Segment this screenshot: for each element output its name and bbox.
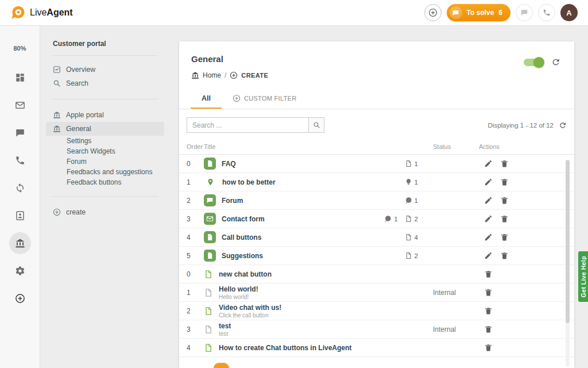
row-actions — [479, 233, 567, 241]
edit-button[interactable] — [484, 196, 493, 205]
page-icon — [204, 270, 213, 279]
sidebar-item-search-widgets[interactable]: Search Widgets — [46, 146, 164, 156]
article-badge-icon — [204, 250, 216, 262]
sidebar-item-label: Feedbacks and suggestions — [67, 168, 152, 176]
chat-widget-peek[interactable] — [214, 363, 229, 368]
row-order: 0 — [187, 270, 204, 278]
chats-topbar-button[interactable] — [516, 4, 533, 21]
article-count-icon — [405, 160, 412, 167]
delete-button[interactable] — [484, 343, 493, 352]
refresh-list-button[interactable] — [559, 121, 567, 129]
edit-button[interactable] — [484, 233, 493, 241]
custom-filter-plus-icon — [233, 94, 241, 102]
row-title[interactable]: Contact form — [222, 215, 265, 223]
sidebar-item-label: Settings — [67, 137, 91, 145]
rail-item-customers[interactable] — [9, 205, 31, 227]
row-order: 4 — [187, 233, 204, 241]
table-row: 3testtestInternal — [179, 320, 574, 339]
breadcrumb-home[interactable]: Home — [203, 71, 221, 79]
row-title-cell: Call buttons — [204, 231, 364, 243]
to-solve-button[interactable]: To solve 6 — [447, 4, 510, 21]
delete-button[interactable] — [500, 196, 509, 205]
sidebar-item-general[interactable]: General — [46, 122, 164, 136]
delete-button[interactable] — [484, 325, 493, 334]
delete-button[interactable] — [484, 306, 493, 315]
sidebar-item-label: Overview — [66, 66, 95, 74]
add-icon — [15, 293, 25, 304]
quick-add-button[interactable] — [424, 4, 442, 21]
rail-item-chats[interactable] — [9, 122, 31, 144]
tab-all[interactable]: All — [191, 89, 222, 109]
table-row: 0new chat button — [179, 265, 574, 283]
trash-icon — [500, 178, 509, 186]
delete-button[interactable] — [500, 159, 509, 168]
icon-rail-items — [9, 67, 31, 315]
delete-button[interactable] — [500, 251, 509, 260]
pencil-icon — [484, 159, 493, 168]
sidebar-item-feedback-buttons[interactable]: Feedback buttons — [46, 177, 164, 187]
usage-percent: 80% — [13, 45, 26, 52]
row-title[interactable]: How to create Chat buttons in LiveAgent — [219, 344, 351, 352]
portal-enabled-toggle[interactable] — [524, 59, 543, 66]
row-title[interactable]: test — [219, 322, 231, 330]
table-row: 4Call buttons4 — [179, 228, 574, 247]
rail-item-add[interactable] — [9, 288, 31, 309]
row-title-cell: how to be better — [204, 176, 364, 189]
row-title[interactable]: Video chat with us! — [219, 304, 281, 312]
rail-item-dashboard[interactable] — [9, 67, 31, 89]
sidebar-item-feedbacks-and-suggestions[interactable]: Feedbacks and suggestions — [46, 167, 164, 177]
trash-icon — [484, 343, 493, 352]
table-row: 1how to be better1 — [179, 173, 574, 191]
to-solve-label: To solve — [467, 9, 494, 17]
sidebar-item-search[interactable]: Search — [46, 76, 164, 90]
delete-button[interactable] — [484, 270, 493, 278]
row-title[interactable]: Call buttons — [222, 233, 261, 241]
search-icon — [53, 79, 61, 87]
rail-item-tickets[interactable] — [9, 94, 31, 116]
col-status: Status — [433, 143, 479, 150]
calls-topbar-button[interactable] — [538, 4, 555, 21]
tickets-icon — [15, 100, 25, 110]
delete-button[interactable] — [484, 288, 493, 297]
avatar[interactable]: A — [560, 4, 578, 21]
edit-button[interactable] — [484, 251, 493, 260]
article-count: 4 — [405, 233, 418, 241]
row-title[interactable]: Forum — [222, 197, 243, 205]
edit-button[interactable] — [484, 178, 493, 186]
row-title-cell: How to create Chat buttons in LiveAgent — [204, 343, 364, 352]
row-title[interactable]: FAQ — [222, 160, 236, 168]
sidebar-item-create[interactable]: create — [46, 205, 164, 219]
row-title[interactable]: Suggestions — [222, 252, 263, 260]
delete-button[interactable] — [500, 178, 509, 186]
row-title[interactable]: Hello world! — [219, 285, 258, 293]
edit-button[interactable] — [484, 159, 493, 168]
search-submit-button[interactable] — [308, 117, 324, 133]
rail-item-configuration[interactable] — [9, 260, 31, 282]
app-shell: 80% Customer portal OverviewSearchApple … — [0, 26, 588, 368]
page-icon — [204, 306, 213, 316]
rail-item-calls[interactable] — [9, 150, 31, 171]
rail-item-automation[interactable] — [9, 177, 31, 199]
row-title[interactable]: how to be better — [222, 178, 276, 186]
sidebar-item-forum[interactable]: Forum — [46, 156, 164, 167]
scrollbar-thumb[interactable] — [566, 160, 570, 323]
delete-button[interactable] — [500, 233, 509, 241]
get-live-help-button[interactable]: Get Live Help — [578, 251, 588, 302]
delete-button[interactable] — [500, 214, 509, 223]
row-title[interactable]: new chat button — [219, 270, 272, 278]
liveagent-logo[interactable]: LiveAgent — [10, 5, 73, 21]
sidebar-item-settings[interactable]: Settings — [46, 136, 164, 146]
edit-button[interactable] — [484, 214, 493, 223]
rail-item-customer-portal[interactable] — [9, 232, 31, 254]
refresh-page-button[interactable] — [551, 57, 560, 67]
sidebar-item-apple-portal[interactable]: Apple portal — [46, 108, 164, 122]
row-title-cell: new chat button — [204, 270, 364, 279]
phone-icon — [543, 9, 551, 17]
contact-badge-icon — [204, 213, 216, 225]
sidebar-item-overview[interactable]: Overview — [46, 63, 164, 76]
subnav: Customer portal OverviewSearchApple port… — [40, 26, 170, 368]
tab-custom-filter[interactable]: CUSTOM FILTER — [222, 89, 308, 109]
search-input[interactable] — [187, 117, 308, 133]
row-order: 1 — [187, 178, 204, 186]
breadcrumb-create[interactable]: CREATE — [241, 72, 268, 79]
